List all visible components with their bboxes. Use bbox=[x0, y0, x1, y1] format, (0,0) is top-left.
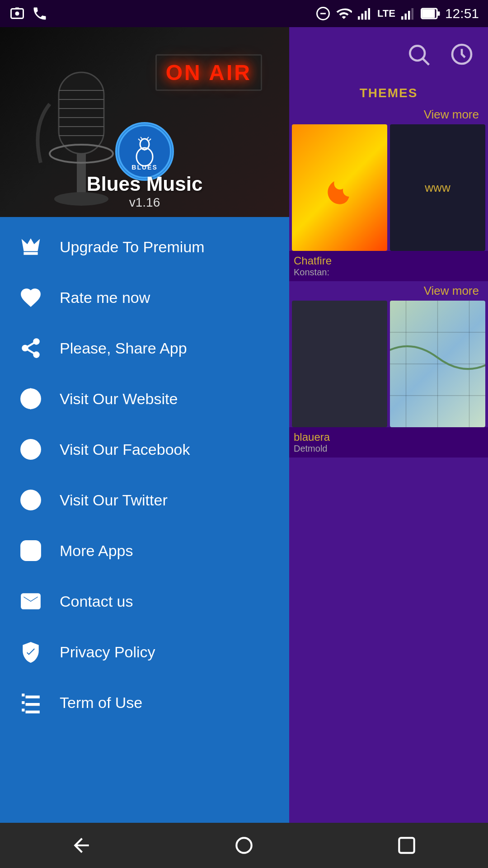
svg-line-47 bbox=[28, 349, 34, 353]
svg-rect-57 bbox=[399, 838, 414, 853]
signal2-icon bbox=[400, 5, 416, 22]
svg-rect-6 bbox=[361, 14, 364, 20]
menu-item-contact[interactable]: Contact us bbox=[0, 576, 289, 627]
drawer-header: ON AIR BLUES bbox=[0, 27, 289, 217]
photo-icon bbox=[9, 5, 25, 22]
map-info: blauerа Detmold bbox=[289, 427, 488, 458]
svg-rect-8 bbox=[368, 8, 371, 20]
app-version: v1.16 bbox=[0, 195, 289, 210]
recent-button[interactable] bbox=[389, 827, 425, 863]
themes-header: THEMES bbox=[289, 81, 488, 105]
svg-point-44 bbox=[33, 339, 39, 344]
menu-item-rate[interactable]: Rate me now bbox=[0, 272, 289, 323]
svg-line-48 bbox=[28, 343, 34, 347]
list-icon bbox=[18, 690, 43, 715]
twitter-icon bbox=[18, 487, 43, 513]
menu-item-more-apps[interactable]: More Apps bbox=[0, 525, 289, 576]
more-apps-label: More Apps bbox=[60, 542, 133, 560]
rate-label: Rate me now bbox=[60, 289, 150, 307]
lte-label: LTE bbox=[377, 8, 395, 19]
chatfire-info: Chatfire Konstan: bbox=[289, 251, 488, 281]
card-grid-top: www bbox=[289, 124, 488, 251]
svg-point-56 bbox=[236, 838, 251, 853]
map-subtitle: Detmold bbox=[294, 443, 483, 454]
svg-rect-15 bbox=[422, 9, 435, 18]
menu-list: Upgrade To Premium Rate me now bbox=[0, 217, 289, 823]
phone-icon bbox=[32, 5, 48, 22]
svg-point-1 bbox=[15, 12, 19, 16]
app-title: Blues Music bbox=[0, 173, 289, 195]
card-fire[interactable] bbox=[292, 124, 387, 251]
map-title: blauerа bbox=[294, 431, 483, 443]
on-air-sign: ON AIR bbox=[155, 54, 262, 91]
on-air-text: ON AIR bbox=[166, 60, 252, 85]
facebook-icon bbox=[18, 437, 43, 462]
signal-icon bbox=[357, 5, 373, 22]
twitter-label: Visit Our Twitter bbox=[60, 491, 168, 509]
facebook-label: Visit Our Facebook bbox=[60, 441, 190, 458]
svg-point-55 bbox=[34, 544, 37, 547]
svg-rect-12 bbox=[411, 8, 413, 20]
terms-label: Term of Use bbox=[60, 694, 142, 712]
menu-item-share[interactable]: Please, Share App bbox=[0, 323, 289, 373]
menu-item-terms[interactable]: Term of Use bbox=[0, 677, 289, 728]
svg-rect-2 bbox=[15, 8, 19, 10]
share-icon bbox=[18, 335, 43, 361]
email-icon bbox=[18, 589, 43, 614]
wifi-icon bbox=[336, 5, 352, 22]
chatfire-subtitle: Konstan: bbox=[294, 267, 483, 278]
bottom-nav bbox=[0, 823, 488, 868]
menu-item-twitter[interactable]: Visit Our Twitter bbox=[0, 475, 289, 525]
status-left-icons bbox=[9, 5, 48, 22]
upgrade-label: Upgrade To Premium bbox=[60, 238, 205, 256]
card-placeholder: www bbox=[390, 124, 485, 251]
blues-logo: BLUES bbox=[115, 122, 174, 181]
svg-rect-9 bbox=[401, 16, 404, 20]
home-button[interactable] bbox=[226, 827, 262, 863]
app-title-area: Blues Music v1.16 bbox=[0, 173, 289, 217]
svg-rect-14 bbox=[437, 11, 440, 15]
view-more-2[interactable]: View more bbox=[289, 281, 488, 301]
svg-rect-11 bbox=[408, 11, 410, 20]
status-time: 12:51 bbox=[445, 6, 479, 21]
svg-line-17 bbox=[423, 59, 429, 65]
contact-label: Contact us bbox=[60, 593, 133, 610]
menu-item-website[interactable]: Visit Our Website bbox=[0, 373, 289, 424]
chatfire-title: Chatfire bbox=[294, 255, 483, 267]
menu-item-facebook[interactable]: Visit Our Facebook bbox=[0, 424, 289, 475]
globe-icon bbox=[18, 386, 43, 411]
card-map[interactable] bbox=[390, 301, 485, 427]
share-label: Please, Share App bbox=[60, 340, 187, 357]
status-right-icons: LTE 12:51 bbox=[315, 5, 479, 22]
svg-rect-10 bbox=[404, 14, 407, 20]
menu-item-privacy[interactable]: Privacy Policy bbox=[0, 627, 289, 677]
back-button[interactable] bbox=[63, 827, 99, 863]
view-more-1[interactable]: View more bbox=[289, 105, 488, 124]
do-not-disturb-icon bbox=[315, 5, 331, 22]
crown-icon bbox=[18, 234, 43, 259]
svg-point-54 bbox=[26, 546, 36, 556]
svg-point-16 bbox=[410, 46, 425, 61]
svg-rect-7 bbox=[365, 11, 367, 20]
website-label: Visit Our Website bbox=[60, 390, 178, 408]
instagram-icon bbox=[18, 538, 43, 563]
svg-text:BLUES: BLUES bbox=[131, 164, 157, 171]
status-bar: LTE 12:51 bbox=[0, 0, 488, 27]
svg-point-46 bbox=[33, 352, 39, 358]
battery-icon bbox=[421, 5, 441, 22]
svg-rect-27 bbox=[59, 72, 104, 154]
svg-rect-5 bbox=[358, 16, 360, 20]
heart-icon bbox=[18, 285, 43, 310]
search-icon[interactable] bbox=[406, 42, 431, 67]
main-content: THEMES View more www Chatfire Konstan: V… bbox=[289, 81, 488, 823]
drawer: ON AIR BLUES bbox=[0, 27, 289, 823]
history-icon[interactable] bbox=[449, 42, 474, 67]
card-grid-bottom bbox=[289, 301, 488, 427]
svg-point-45 bbox=[22, 345, 28, 351]
privacy-label: Privacy Policy bbox=[60, 643, 155, 661]
card-empty bbox=[292, 301, 387, 427]
shield-icon bbox=[18, 639, 43, 665]
menu-item-upgrade[interactable]: Upgrade To Premium bbox=[0, 222, 289, 272]
